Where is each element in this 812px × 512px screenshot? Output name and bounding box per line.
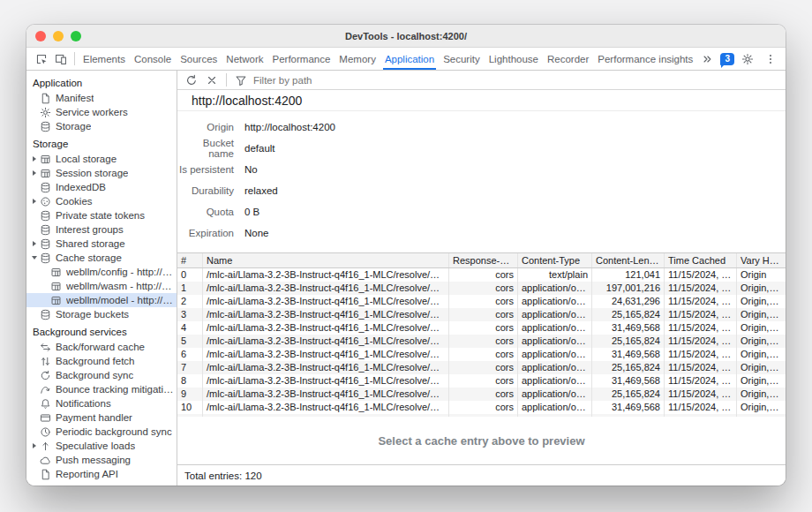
table-row[interactable]: 3/mlc-ai/Llama-3.2-3B-Instruct-q4f16_1-M… [177, 308, 786, 321]
sidebar-item-notifications[interactable]: Notifications [26, 396, 177, 410]
sidebar-item-payment-handler[interactable]: Payment handler [26, 410, 177, 425]
cache-origin-title: http://localhost:4200 [177, 90, 786, 111]
sidebar-item-label: Service workers [56, 107, 128, 117]
filter-by-path-input[interactable] [252, 75, 463, 86]
detail-value: None [244, 228, 269, 238]
sidebar-item-label: webllm/config - http://loc... [66, 267, 174, 277]
toolbar-divider [74, 52, 75, 65]
tab-console[interactable]: Console [130, 48, 176, 70]
sidebar-item-cookies[interactable]: Cookies [26, 194, 177, 208]
table-row[interactable]: 0/mlc-ai/Llama-3.2-3B-Instruct-q4f16_1-M… [177, 268, 786, 282]
minimize-window-button[interactable] [53, 31, 64, 41]
sidebar-item-label: webllm/wasm - http://loca... [66, 281, 174, 291]
close-window-button[interactable] [35, 31, 46, 41]
sidebar-item-service-workers[interactable]: Service workers [26, 105, 177, 119]
table-row[interactable]: 2/mlc-ai/Llama-3.2-3B-Instruct-q4f16_1-M… [177, 295, 786, 308]
tree-expand-icon[interactable] [30, 241, 39, 246]
cell-time-cached: 11/15/2024, 10… [664, 388, 736, 401]
cell-response-type: cors [448, 374, 517, 388]
sidebar-item-back-forward-cache[interactable]: Back/forward cache [26, 340, 177, 354]
tab-lighthouse[interactable]: Lighthouse [485, 48, 543, 70]
column-header-time-cached[interactable]: Time Cached [664, 253, 736, 267]
issues-count-badge[interactable]: 3 [720, 53, 734, 65]
tab-elements[interactable]: Elements [79, 48, 130, 70]
cell-response-type: cors [448, 308, 517, 321]
sidebar-item-private-state-tokens[interactable]: Private state tokens [26, 208, 177, 222]
tree-expand-icon[interactable] [30, 443, 39, 448]
column-header-[interactable]: # [177, 253, 202, 267]
sidebar-item-label: Interest groups [56, 224, 124, 235]
cell-content-length: 25,165,824 [591, 361, 664, 374]
table-row[interactable]: 4/mlc-ai/Llama-3.2-3B-Instruct-q4f16_1-M… [177, 321, 786, 335]
tab-performance-insights[interactable]: Performance insights [593, 48, 697, 70]
cell-vary-header: Origin,Access… [736, 295, 786, 308]
column-header-content-type[interactable]: Content-Type [517, 253, 591, 267]
tab-memory[interactable]: Memory [335, 48, 380, 70]
menu-kebab-icon[interactable] [761, 50, 780, 68]
inspect-element-icon[interactable] [32, 50, 51, 68]
cell-name: /mlc-ai/Llama-3.2-3B-Instruct-q4f16_1-ML… [202, 388, 448, 401]
tab-performance[interactable]: Performance [268, 48, 335, 70]
sidebar-item-storage-buckets[interactable]: Storage buckets [26, 307, 177, 321]
column-header-name[interactable]: Name [202, 253, 448, 267]
tree-collapse-icon[interactable] [30, 256, 39, 260]
tab-network[interactable]: Network [222, 48, 267, 70]
sidebar-item-cache-storage[interactable]: Cache storage [26, 251, 177, 265]
sidebar-item-background-sync[interactable]: Background sync [26, 368, 177, 382]
tab-sources[interactable]: Sources [176, 48, 222, 70]
sidebar-item-interest-groups[interactable]: Interest groups [26, 222, 177, 237]
tab-application[interactable]: Application [380, 48, 439, 70]
column-header-vary-header[interactable]: Vary Header [736, 253, 786, 267]
sidebar-item-label: Notifications [56, 398, 111, 409]
cloud-icon [39, 454, 52, 466]
cell-content-length: 197,001,216 [591, 282, 664, 295]
table-icon [49, 294, 63, 306]
sidebar-item-shared-storage[interactable]: Shared storage [26, 237, 177, 251]
refresh-icon[interactable] [182, 72, 201, 88]
column-header-response-type[interactable]: Response-Type [448, 253, 517, 267]
table-row[interactable]: 6/mlc-ai/Llama-3.2-3B-Instruct-q4f16_1-M… [177, 348, 786, 361]
zoom-window-button[interactable] [71, 31, 81, 41]
sidebar-item-storage[interactable]: Storage [26, 119, 177, 133]
more-tabs-icon[interactable] [697, 50, 717, 68]
sidebar-item-background-fetch[interactable]: Background fetch [26, 354, 177, 368]
table-row[interactable]: 9/mlc-ai/Llama-3.2-3B-Instruct-q4f16_1-M… [177, 388, 786, 401]
column-header-content-length[interactable]: Content-Length [591, 253, 664, 267]
bounce-icon [39, 383, 52, 395]
tab-security[interactable]: Security [439, 48, 485, 70]
sidebar-item-periodic-background-sync[interactable]: Periodic background sync [26, 425, 177, 439]
cell-content-type: application/oc… [517, 401, 591, 414]
cell-vary-header: Origin,Access… [736, 401, 786, 414]
table-row[interactable]: 7/mlc-ai/Llama-3.2-3B-Instruct-q4f16_1-M… [177, 361, 786, 374]
sidebar-item-webllm-model-http-loc[interactable]: webllm/model - http://loc... [26, 293, 177, 307]
sidebar-item-label: Periodic background sync [56, 426, 172, 437]
sidebar-item-manifest[interactable]: Manifest [26, 91, 177, 105]
cell-time-cached: 11/15/2024, 10… [664, 295, 736, 308]
sidebar-item-push-messaging[interactable]: Push messaging [26, 453, 177, 467]
sidebar-item-bounce-tracking-mitigations[interactable]: Bounce tracking mitigations [26, 382, 177, 396]
sidebar-item-speculative-loads[interactable]: Speculative loads [26, 439, 177, 453]
tree-expand-icon[interactable] [30, 170, 39, 176]
detail-label: Bucket name [177, 138, 234, 159]
settings-gear-icon[interactable] [738, 50, 757, 68]
tree-expand-icon[interactable] [30, 199, 39, 204]
sidebar-section-title: Storage [26, 133, 177, 152]
cell-vary-header: Origin,Access… [736, 348, 786, 361]
table-row[interactable]: 5/mlc-ai/Llama-3.2-3B-Instruct-q4f16_1-M… [177, 335, 786, 348]
database-icon [39, 120, 52, 132]
sidebar-item-webllm-config-http-loc[interactable]: webllm/config - http://loc... [26, 265, 177, 279]
table-row[interactable]: 8/mlc-ai/Llama-3.2-3B-Instruct-q4f16_1-M… [177, 374, 786, 388]
table-row[interactable]: 1/mlc-ai/Llama-3.2-3B-Instruct-q4f16_1-M… [177, 282, 786, 295]
total-entries-label: Total entries: 120 [184, 471, 262, 481]
table-row[interactable]: 10/mlc-ai/Llama-3.2-3B-Instruct-q4f16_1-… [177, 401, 786, 414]
device-toolbar-icon[interactable] [51, 50, 71, 68]
sidebar-item-session-storage[interactable]: Session storage [26, 166, 177, 180]
sidebar-item-local-storage[interactable]: Local storage [26, 152, 177, 166]
tree-expand-icon[interactable] [30, 156, 39, 162]
sidebar-item-reporting-api[interactable]: Reporting API [26, 467, 177, 481]
sidebar-item-indexeddb[interactable]: IndexedDB [26, 180, 177, 194]
sidebar-item-webllm-wasm-http-loca[interactable]: webllm/wasm - http://loca... [26, 279, 177, 293]
cell-name: /mlc-ai/Llama-3.2-3B-Instruct-q4f16_1-ML… [202, 335, 448, 348]
tab-recorder[interactable]: Recorder [543, 48, 593, 70]
clear-icon[interactable] [202, 72, 222, 88]
